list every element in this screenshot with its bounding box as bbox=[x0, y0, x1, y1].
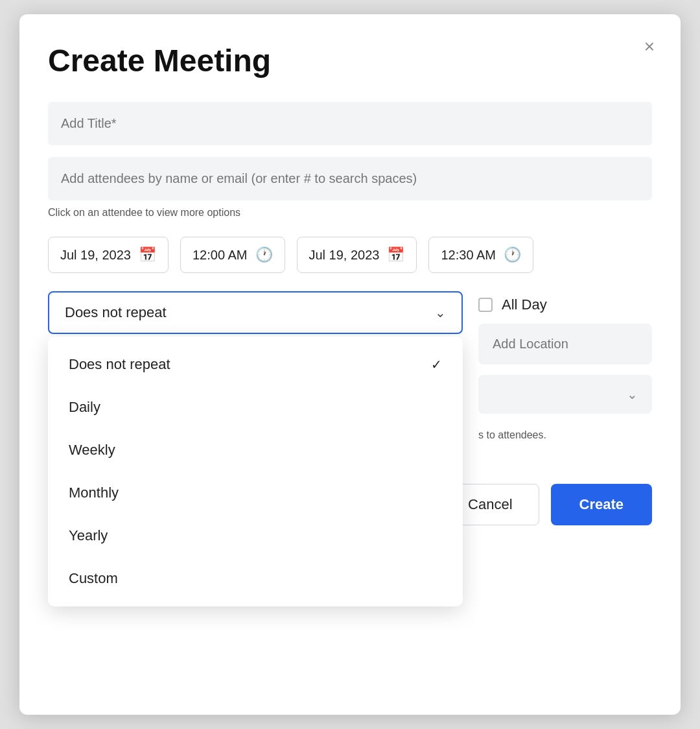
repeat-option-weekly[interactable]: Weekly bbox=[48, 429, 463, 472]
status-dropdown[interactable]: ⌄ bbox=[478, 375, 652, 414]
datetime-row: Jul 19, 2023 📅 12:00 AM 🕐 Jul 19, 2023 📅… bbox=[48, 237, 652, 273]
end-date-label: Jul 19, 2023 bbox=[309, 248, 380, 263]
start-time-picker[interactable]: 12:00 AM 🕐 bbox=[180, 237, 285, 273]
repeat-option-does-not-repeat[interactable]: Does not repeat ✓ bbox=[48, 343, 463, 386]
create-button[interactable]: Create bbox=[551, 484, 652, 525]
repeat-row: Does not repeat ⌄ Does not repeat ✓ Dail… bbox=[48, 291, 652, 441]
end-date-picker[interactable]: Jul 19, 2023 📅 bbox=[297, 237, 417, 273]
repeat-select-button[interactable]: Does not repeat ⌄ bbox=[48, 291, 463, 334]
repeat-dropdown-menu: Does not repeat ✓ Daily Weekly Monthly Y… bbox=[48, 337, 463, 606]
end-time-label: 12:30 AM bbox=[441, 248, 496, 263]
allday-label: All Day bbox=[502, 296, 547, 313]
allday-checkbox[interactable] bbox=[478, 298, 493, 312]
attendees-hint: Click on an attendee to view more option… bbox=[48, 207, 652, 219]
start-date-calendar-icon: 📅 bbox=[139, 246, 156, 263]
check-icon-0: ✓ bbox=[431, 357, 442, 372]
repeat-option-label-3: Monthly bbox=[69, 484, 119, 501]
repeat-option-yearly[interactable]: Yearly bbox=[48, 514, 463, 557]
end-time-picker[interactable]: 12:30 AM 🕐 bbox=[428, 237, 533, 273]
start-date-picker[interactable]: Jul 19, 2023 📅 bbox=[48, 237, 169, 273]
repeat-option-daily[interactable]: Daily bbox=[48, 386, 463, 429]
start-time-clock-icon: 🕐 bbox=[255, 246, 273, 263]
status-hint: s to attendees. bbox=[478, 429, 652, 441]
repeat-select-container: Does not repeat ⌄ Does not repeat ✓ Dail… bbox=[48, 291, 463, 334]
allday-group: All Day bbox=[478, 291, 652, 313]
location-input[interactable] bbox=[478, 324, 652, 364]
repeat-option-label-2: Weekly bbox=[69, 442, 115, 459]
start-time-label: 12:00 AM bbox=[192, 248, 248, 263]
create-meeting-modal: × Create Meeting Click on an attendee to… bbox=[19, 14, 681, 715]
chevron-down-icon-2: ⌄ bbox=[627, 387, 638, 402]
page-title: Create Meeting bbox=[48, 43, 652, 78]
repeat-option-custom[interactable]: Custom bbox=[48, 557, 463, 600]
start-date-label: Jul 19, 2023 bbox=[60, 248, 131, 263]
end-date-calendar-icon: 📅 bbox=[387, 246, 404, 263]
repeat-option-label-0: Does not repeat bbox=[69, 356, 170, 373]
repeat-option-label-5: Custom bbox=[69, 570, 118, 587]
attendees-input[interactable] bbox=[48, 157, 652, 200]
close-button[interactable]: × bbox=[644, 38, 655, 56]
repeat-option-label-4: Yearly bbox=[69, 527, 108, 544]
chevron-down-icon: ⌄ bbox=[435, 305, 446, 320]
repeat-select-label: Does not repeat bbox=[65, 304, 167, 321]
right-section: All Day ⌄ s to attendees. bbox=[478, 291, 652, 441]
repeat-option-label-1: Daily bbox=[69, 399, 100, 416]
end-time-clock-icon: 🕐 bbox=[504, 246, 521, 263]
title-input[interactable] bbox=[48, 102, 652, 145]
repeat-option-monthly[interactable]: Monthly bbox=[48, 472, 463, 514]
